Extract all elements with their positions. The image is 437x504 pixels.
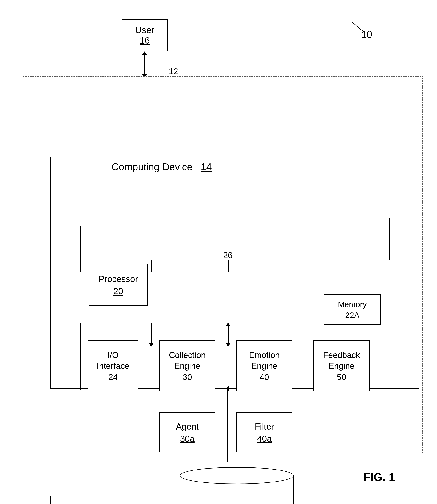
computing-device-label: Computing Device 14	[112, 161, 212, 172]
bus-to-emotion-line	[228, 260, 229, 272]
user-to-system-arrow	[142, 51, 147, 78]
ref-10-label: 10	[361, 29, 372, 40]
outer-system-box: Computing Device 14 Processor 20 Memory …	[23, 76, 423, 453]
bus-ref-label: — 26	[212, 251, 232, 260]
user-label: User	[135, 25, 154, 35]
ref-10-arrow	[351, 21, 365, 33]
storage-line-down	[227, 387, 228, 462]
emotion-to-filter-arrowdown	[226, 343, 230, 347]
emotion-to-filter-line	[228, 323, 229, 344]
io-interface-box: I/OInterface 24	[88, 340, 138, 391]
emotion-engine-box: EmotionEngine 40	[236, 340, 292, 391]
collection-to-agent-line	[151, 323, 152, 344]
io-line-outside	[74, 387, 74, 496]
user-box: User 16	[122, 19, 168, 51]
proc-bus-line	[80, 226, 81, 260]
agent-box: Agent 30a	[159, 412, 215, 452]
diagram-container: 10 User 16 — 12 Computing Device 14 Proc…	[11, 11, 426, 495]
cylinder-top-ellipse	[179, 467, 294, 484]
filter-storage-inside-line	[228, 386, 229, 391]
bus-to-collection-line	[151, 260, 152, 272]
bus-to-io-line	[80, 260, 81, 272]
bus-line	[80, 260, 392, 260]
feedback-engine-box: FeedbackEngine 50	[313, 340, 370, 391]
processor-box: Processor 20	[89, 264, 148, 306]
filter-box: Filter 40a	[236, 412, 292, 452]
memory-box: Memory 22A	[324, 294, 381, 325]
bus-to-feedback-line	[305, 260, 305, 272]
collection-engine-box: CollectionEngine 30	[159, 340, 215, 391]
mem-bus-line	[389, 218, 390, 260]
ref-12-label: — 12	[158, 67, 178, 76]
io-device-box: I/O Device 28	[50, 496, 109, 504]
emotion-to-filter-arrowup	[226, 323, 230, 326]
collection-to-agent-arrowhead	[149, 343, 153, 347]
io-inside-line-down	[80, 323, 81, 390]
storage-cylinder	[179, 467, 294, 504]
fig-label: FIG. 1	[363, 471, 395, 484]
user-ref: 16	[139, 35, 150, 46]
computing-device-box: Computing Device 14 Processor 20 Memory …	[50, 157, 419, 389]
